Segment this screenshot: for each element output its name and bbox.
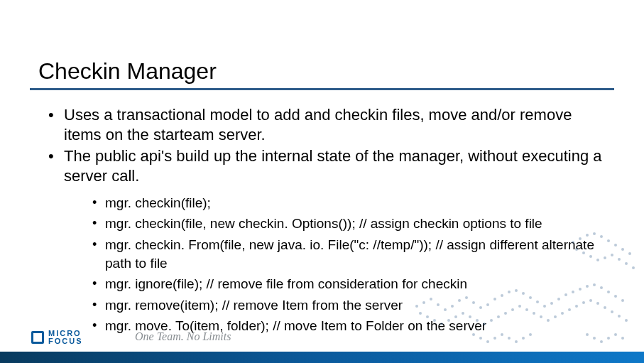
svg-point-29 bbox=[621, 299, 624, 302]
sub-bullet-item: mgr. ignore(file); // remove file from c… bbox=[91, 275, 606, 293]
svg-point-28 bbox=[614, 295, 617, 298]
svg-point-74 bbox=[611, 254, 613, 256]
svg-point-57 bbox=[611, 310, 613, 313]
bullet-text: The public api's build up the internal s… bbox=[64, 147, 602, 185]
tagline: One Team. No Limits bbox=[135, 330, 231, 343]
company-logo: MICRO FOCUS bbox=[31, 330, 83, 346]
slide-title: Checkin Manager bbox=[38, 58, 217, 85]
sub-bullet-item: mgr. checkin. From(file, new java. io. F… bbox=[91, 236, 606, 272]
bullet-list: Uses a transactional model to add and ch… bbox=[45, 105, 606, 335]
sub-bullet-item: mgr. checkin(file); bbox=[91, 194, 606, 212]
svg-point-65 bbox=[607, 239, 610, 242]
svg-point-58 bbox=[618, 315, 621, 318]
content-area: Uses a transactional model to add and ch… bbox=[45, 105, 606, 338]
svg-point-77 bbox=[632, 266, 635, 269]
logo-line-2: FOCUS bbox=[48, 337, 83, 346]
svg-point-75 bbox=[618, 258, 621, 261]
footer-band bbox=[0, 352, 644, 363]
svg-point-68 bbox=[628, 252, 631, 255]
title-underline bbox=[30, 88, 614, 90]
bullet-item: Uses a transactional model to add and ch… bbox=[45, 105, 606, 145]
svg-point-76 bbox=[625, 262, 628, 265]
footer: MICRO FOCUS One Team. No Limits bbox=[0, 320, 644, 363]
sub-bullet-list: mgr. checkin(file); mgr. checkin(file, n… bbox=[91, 194, 606, 335]
bullet-item: The public api's build up the internal s… bbox=[45, 146, 606, 335]
svg-point-66 bbox=[614, 244, 617, 246]
svg-point-27 bbox=[607, 291, 610, 293]
slide: Checkin Manager Uses a transactional mod… bbox=[0, 0, 644, 363]
logo-mark-icon bbox=[31, 331, 44, 344]
sub-bullet-item: mgr. remove(item); // remove Item from t… bbox=[91, 296, 606, 315]
svg-point-67 bbox=[621, 248, 624, 251]
logo-text: MICRO FOCUS bbox=[48, 330, 83, 346]
sub-bullet-item: mgr. checkin(file, new checkin. Options(… bbox=[91, 215, 606, 233]
